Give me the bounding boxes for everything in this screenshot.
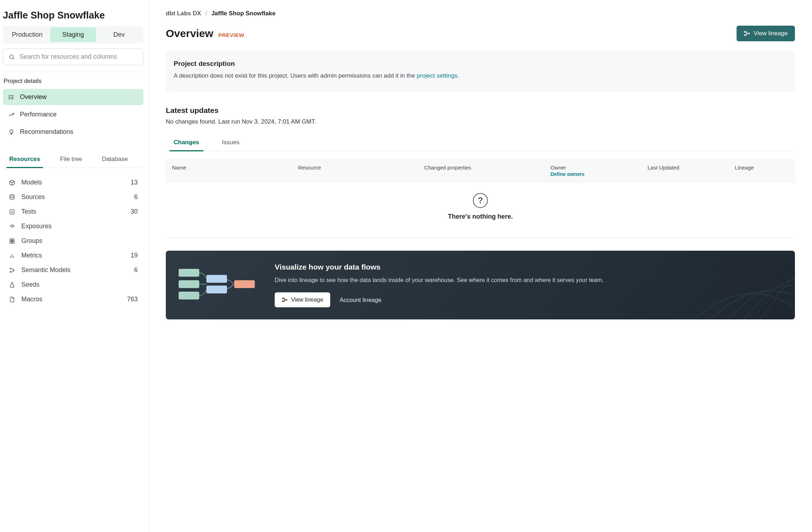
nav-recommendations-label: Recommendations (20, 128, 73, 136)
resource-exposures[interactable]: Exposures (6, 219, 141, 234)
bar-chart-icon (9, 252, 16, 259)
page-title: Overview (166, 27, 213, 40)
tab-changes[interactable]: Changes (169, 134, 204, 151)
promo-view-lineage-button[interactable]: View lineage (275, 292, 330, 307)
resource-semantic-models-label: Semantic Models (21, 266, 128, 274)
chart-line-icon (8, 111, 15, 118)
table-header: Name Resource Changed properties Owner D… (166, 160, 795, 182)
subtab-database[interactable]: Database (99, 151, 131, 168)
project-settings-link[interactable]: project settings (417, 72, 457, 79)
svg-rect-15 (12, 241, 14, 243)
lineage-promo-card: Visualize how your data flows Dive into … (166, 251, 795, 320)
svg-point-3 (9, 97, 10, 98)
lightbulb-icon (8, 129, 15, 136)
breadcrumb-root[interactable]: dbt Labs DX (166, 10, 201, 17)
nav-recommendations[interactable]: Recommendations (3, 124, 143, 140)
flask-icon (9, 281, 16, 288)
resource-seeds[interactable]: Seeds (6, 277, 141, 292)
search-input[interactable] (20, 53, 138, 61)
svg-rect-22 (744, 31, 746, 32)
lineage-graphic (179, 263, 257, 306)
resource-metrics-count: 19 (131, 252, 138, 259)
divider (166, 238, 795, 238)
resource-semantic-models[interactable]: Semantic Models 6 (6, 263, 141, 277)
col-resource: Resource (296, 165, 422, 177)
question-icon: ? (473, 193, 488, 208)
svg-rect-23 (744, 35, 746, 36)
resource-macros[interactable]: Macros 763 (6, 292, 141, 307)
nav-overview-label: Overview (20, 93, 47, 101)
promo-view-lineage-label: View lineage (291, 297, 323, 303)
gauge-icon (9, 223, 16, 230)
svg-point-2 (9, 95, 10, 96)
svg-point-8 (10, 194, 14, 196)
decorative-lines (688, 251, 795, 320)
updates-tabs: Changes Issues (166, 134, 795, 151)
nav-overview[interactable]: Overview (3, 89, 143, 105)
breadcrumb-current: Jaffle Shop Snowflake (211, 10, 275, 17)
sidebar-sub-tabs: Resources File tree Database (3, 151, 143, 168)
svg-rect-14 (10, 241, 12, 243)
account-lineage-link[interactable]: Account lineage (339, 297, 381, 303)
description-prefix: A description does not exist for this pr… (174, 72, 417, 79)
col-owner-label: Owner (550, 165, 566, 171)
col-lineage: Lineage (733, 165, 791, 177)
database-icon (9, 194, 16, 201)
define-owners-link[interactable]: Define owners (550, 171, 643, 177)
cube-icon (9, 179, 16, 186)
resource-list: Models 13 Sources 6 Tests 30 Exposures G… (3, 168, 143, 307)
col-changed: Changed properties (422, 165, 548, 177)
project-title: Jaffle Shop Snowflake (3, 5, 143, 26)
lineage-icon (282, 297, 288, 303)
svg-line-1 (13, 58, 14, 59)
resource-macros-count: 763 (127, 296, 138, 303)
search-box[interactable] (3, 48, 143, 65)
file-icon (9, 296, 16, 303)
subtab-file-tree[interactable]: File tree (57, 151, 85, 168)
env-tab-dev[interactable]: Dev (96, 27, 142, 42)
svg-rect-25 (282, 298, 284, 299)
page-title-wrap: Overview PREVIEW (166, 27, 244, 40)
project-details-label: Project details (3, 78, 143, 89)
resource-sources-count: 6 (134, 193, 138, 201)
svg-point-11 (12, 226, 12, 227)
page-header: Overview PREVIEW View lineage (166, 26, 795, 41)
list-icon (8, 94, 15, 101)
lineage-icon (744, 30, 750, 37)
main-content: dbt Labs DX / Jaffle Shop Snowflake Over… (149, 0, 812, 532)
resource-tests-count: 30 (131, 208, 138, 215)
svg-point-19 (10, 268, 11, 269)
subtab-resources[interactable]: Resources (6, 151, 43, 168)
resource-semantic-models-count: 6 (134, 266, 138, 274)
view-lineage-button[interactable]: View lineage (737, 26, 795, 41)
resource-groups[interactable]: Groups (6, 234, 141, 248)
project-description-card: Project description A description does n… (166, 51, 795, 92)
resource-metrics[interactable]: Metrics 19 (6, 248, 141, 263)
resource-tests[interactable]: Tests 30 (6, 204, 141, 219)
col-last-updated: Last Updated (645, 165, 733, 177)
project-description-title: Project description (174, 60, 787, 68)
divider (0, 72, 148, 72)
description-suffix: . (458, 72, 459, 79)
svg-point-20 (10, 271, 11, 272)
nav-performance[interactable]: Performance (3, 106, 143, 122)
svg-point-0 (10, 55, 14, 59)
resource-sources[interactable]: Sources 6 (6, 190, 141, 204)
resource-models[interactable]: Models 13 (6, 175, 141, 190)
env-tab-staging[interactable]: Staging (50, 27, 96, 42)
breadcrumb: dbt Labs DX / Jaffle Shop Snowflake (166, 10, 795, 17)
resource-tests-label: Tests (21, 208, 125, 215)
nav-performance-label: Performance (20, 111, 57, 118)
resource-models-label: Models (21, 179, 125, 186)
breadcrumb-separator: / (205, 10, 207, 17)
svg-rect-26 (282, 301, 284, 302)
latest-updates-title: Latest updates (166, 106, 795, 115)
svg-rect-27 (286, 299, 287, 301)
preview-badge: PREVIEW (218, 32, 244, 38)
project-description-text: A description does not exist for this pr… (174, 71, 787, 80)
latest-updates-section: Latest updates No changes found. Last ru… (166, 106, 795, 238)
svg-rect-24 (748, 33, 750, 34)
tab-issues[interactable]: Issues (218, 134, 244, 151)
empty-state: ? There's nothing here. (166, 182, 795, 233)
env-tab-production[interactable]: Production (4, 27, 50, 42)
